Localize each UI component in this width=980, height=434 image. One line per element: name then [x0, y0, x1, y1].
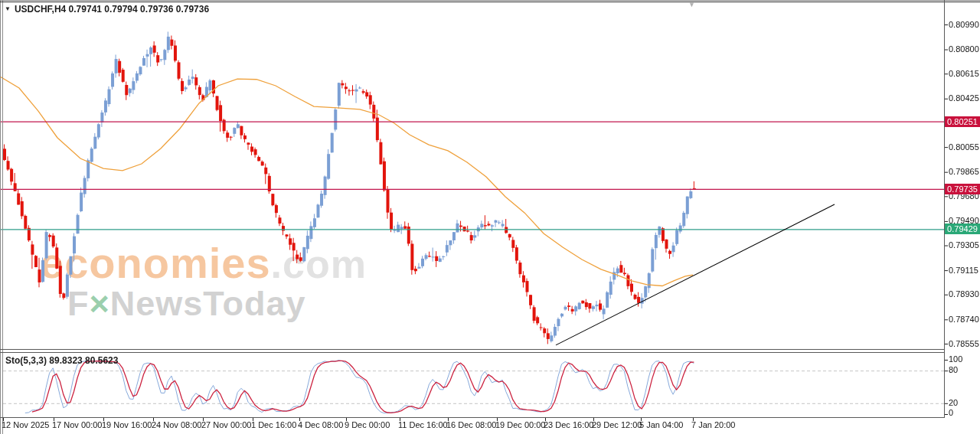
price-badge-support: 0.79429: [945, 224, 980, 234]
chart-canvas[interactable]: [0, 0, 980, 434]
chart-title: ▼USDCHF,H4 0.79741 0.79794 0.79736 0.797…: [5, 4, 209, 15]
chart-shift-marker-icon[interactable]: ▼: [688, 1, 695, 8]
symbol-timeframe: USDCHF,H4: [15, 4, 66, 15]
symbol-dropdown-icon[interactable]: ▼: [5, 5, 11, 12]
ohlc-values: 0.79741 0.79794 0.79736 0.79736: [69, 4, 210, 15]
trading-chart-window: economies.com F×NewsToday ▼USDCHF,H4 0.7…: [0, 0, 980, 434]
price-badge-resistance: 0.80251: [945, 116, 980, 127]
price-badge-current: 0.79735: [945, 184, 980, 194]
stochastic-indicator-label: Sto(5,3,3) 89.8323 80.5623: [5, 355, 118, 366]
